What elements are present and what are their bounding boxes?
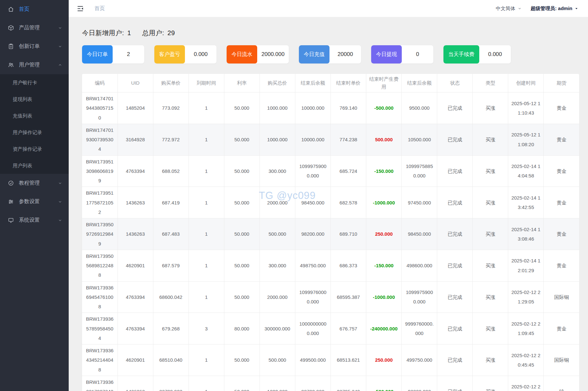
table-row: BRW173951177587210521436263687.419150.00… bbox=[82, 187, 579, 218]
cell-code: BRW17470194438057150 bbox=[82, 92, 118, 124]
stat-card-label: 客户盈亏 bbox=[154, 45, 185, 63]
chevron-down-icon bbox=[58, 26, 62, 30]
stat-card-value: 0.000 bbox=[479, 45, 511, 63]
cell-type: 买涨 bbox=[473, 376, 508, 391]
cell-rate: 50.000 bbox=[224, 281, 259, 313]
cell-end-balance: 10999758850.000 bbox=[402, 155, 437, 187]
user-label: 超级管理员: admin bbox=[531, 6, 572, 12]
cell-status: 已完成 bbox=[437, 313, 473, 344]
table-header-row: 编码UID购买单价到期时间利率购买总价结束后余额结束时单价结束时产生费用结束后余… bbox=[82, 74, 579, 92]
cell-rate: 50.000 bbox=[224, 155, 259, 187]
table-row: BRW173936578595845044763394679.268380.00… bbox=[82, 313, 579, 344]
breadcrumb[interactable]: 首页 bbox=[94, 5, 105, 12]
sidebar-item-home[interactable]: 首页 bbox=[0, 0, 69, 19]
cell-end-price: 682.578 bbox=[330, 187, 366, 218]
stat-card: 当天手续费0.000 bbox=[443, 45, 511, 63]
submenu-item[interactable]: 用户列表 bbox=[0, 157, 69, 174]
cell-futures: 国际铜 bbox=[544, 281, 579, 313]
system-icon bbox=[8, 217, 14, 223]
cell-expire: 1 bbox=[189, 187, 224, 218]
sidebar-item-order[interactable]: 创新订单 bbox=[0, 37, 69, 56]
cell-expire: 1 bbox=[189, 344, 224, 376]
sidebar-item-params[interactable]: 参数设置 bbox=[0, 192, 69, 211]
users-icon bbox=[8, 62, 14, 68]
stat-card-value: 2000.000 bbox=[257, 45, 289, 63]
cell-end-balance: 498600.000 bbox=[402, 250, 437, 281]
table-row: BRW17393669454761008476339468600.042150.… bbox=[82, 281, 579, 313]
cell-balance-after: 10999759000.000 bbox=[295, 155, 330, 187]
cell-balance-after: 10000.000 bbox=[295, 92, 330, 124]
chevron-down-icon bbox=[58, 200, 62, 204]
cell-rate: 50.000 bbox=[224, 344, 259, 376]
new-users-value: 1 bbox=[127, 29, 131, 36]
cell-balance-after: 98200.000 bbox=[295, 218, 330, 250]
main-column: 首页 中文简体 超级管理员: admin 今日新增用户:1总用户: bbox=[69, 0, 588, 391]
column-header: 类型 bbox=[473, 74, 508, 92]
cell-uid: 1436263 bbox=[118, 218, 153, 250]
cell-created-at: 2025-02-12 21:29:05 bbox=[508, 281, 544, 313]
column-header: 结束时产生费用 bbox=[366, 74, 402, 92]
sidebar-item-system[interactable]: 系统设置 bbox=[0, 211, 69, 230]
stat-card: 今日提现0 bbox=[371, 45, 433, 63]
cell-rate: 50.000 bbox=[224, 187, 259, 218]
sidebar-item-tutorial[interactable]: 教程管理 bbox=[0, 174, 69, 192]
cell-futures: 黄金 bbox=[544, 124, 579, 155]
stat-card-value: 2 bbox=[113, 45, 144, 63]
submenu-item[interactable]: 充值列表 bbox=[0, 107, 69, 124]
cell-buy-price: 687.579 bbox=[153, 250, 189, 281]
cell-end-fee: -150.000 bbox=[366, 250, 402, 281]
column-header: 到期时间 bbox=[189, 74, 224, 92]
cell-futures: 黄金 bbox=[544, 313, 579, 344]
cell-buy-price: 773.092 bbox=[153, 92, 189, 124]
stat-card-value: 0.000 bbox=[185, 45, 217, 63]
cell-created-at: 2025-02-12 20:20:17 bbox=[508, 376, 544, 391]
cell-futures: 黄金 bbox=[544, 187, 579, 218]
chevron-down-icon bbox=[58, 218, 62, 222]
cell-created-at: 2025-02-14 14:04:58 bbox=[508, 155, 544, 187]
cell-rate: 50.000 bbox=[224, 250, 259, 281]
column-header: 利率 bbox=[224, 74, 259, 92]
language-selector[interactable]: 中文简体 bbox=[496, 6, 522, 12]
cell-created-at: 2025-02-14 12:01:29 bbox=[508, 250, 544, 281]
cell-balance-after: 499500.000 bbox=[295, 344, 330, 376]
submenu-item[interactable]: 资产操作记录 bbox=[0, 141, 69, 157]
sidebar-item-product[interactable]: 产品管理 bbox=[0, 19, 69, 37]
stat-card-label: 今日流水 bbox=[227, 45, 257, 63]
cell-uid: 4763394 bbox=[118, 313, 153, 344]
cell-buy-price: 687.419 bbox=[153, 187, 189, 218]
cell-futures: 黄金 bbox=[544, 250, 579, 281]
submenu-item[interactable]: 提现列表 bbox=[0, 91, 69, 107]
cell-created-at: 2025-02-12 21:09:45 bbox=[508, 313, 544, 344]
cell-end-price: 23795.340 bbox=[330, 376, 366, 391]
cell-code: BRW17393628179073427 bbox=[82, 376, 118, 391]
params-icon bbox=[8, 199, 14, 205]
stat-cards: 今日订单2客户盈亏0.000今日流水2000.000今日充值20000今日提现0… bbox=[82, 45, 579, 63]
cell-balance-after: 98450.000 bbox=[295, 187, 330, 218]
sidebar-item-label: 首页 bbox=[19, 6, 62, 13]
cell-balance-after: 10000000000.000 bbox=[295, 313, 330, 344]
cell-type: 买涨 bbox=[473, 124, 508, 155]
cell-code: BRW17395056898122488 bbox=[82, 250, 118, 281]
cell-expire: 1 bbox=[189, 376, 224, 391]
cell-status: 已完成 bbox=[437, 124, 473, 155]
submenu-item[interactable]: 用户操作记录 bbox=[0, 124, 69, 141]
cell-futures: 黄金 bbox=[544, 218, 579, 250]
cell-end-price: 769.140 bbox=[330, 92, 366, 124]
column-header: 状态 bbox=[437, 74, 473, 92]
column-header: 编码 bbox=[82, 74, 118, 92]
stat-card-label: 今日订单 bbox=[82, 45, 113, 63]
sidebar-item-label: 教程管理 bbox=[19, 180, 58, 187]
cell-status: 已完成 bbox=[437, 218, 473, 250]
cell-expire: 1 bbox=[189, 281, 224, 313]
sidebar-collapse-icon[interactable] bbox=[77, 5, 84, 12]
sidebar-item-users[interactable]: 用户管理 bbox=[0, 56, 69, 74]
sidebar-item-label: 创新订单 bbox=[19, 43, 58, 50]
table-row: BRW17393628179073427143626323799.903150.… bbox=[82, 376, 579, 391]
topbar: 首页 中文简体 超级管理员: admin bbox=[69, 0, 588, 17]
submenu-item[interactable]: 用户银行卡 bbox=[0, 74, 69, 91]
cell-type: 买涨 bbox=[473, 281, 508, 313]
cell-end-balance: 9500.000 bbox=[402, 92, 437, 124]
cell-expire: 1 bbox=[189, 218, 224, 250]
cell-status: 已完成 bbox=[437, 250, 473, 281]
user-menu[interactable]: 超级管理员: admin bbox=[531, 6, 578, 12]
